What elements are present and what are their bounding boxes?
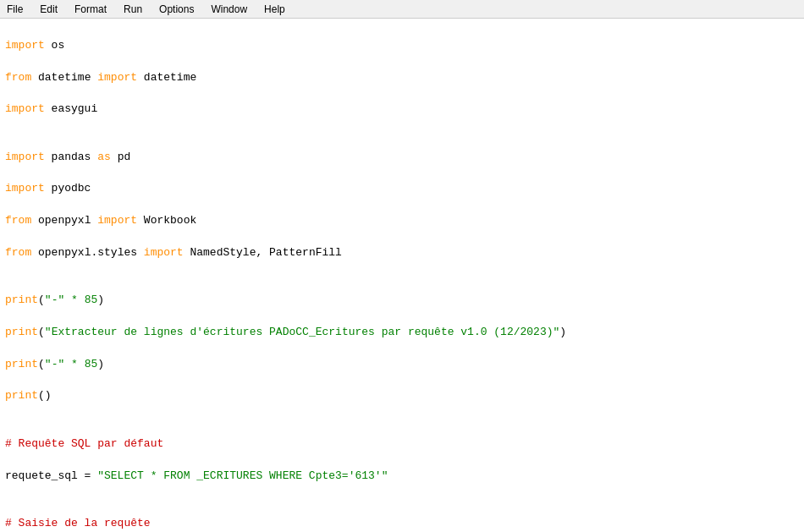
menubar: File Edit Format Run Options Window Help bbox=[0, 0, 804, 19]
code-editor[interactable]: import os from datetime import datetime … bbox=[0, 19, 804, 532]
menu-options[interactable]: Options bbox=[156, 3, 197, 16]
menu-help[interactable]: Help bbox=[261, 3, 289, 16]
menu-format[interactable]: Format bbox=[71, 3, 110, 16]
menu-run[interactable]: Run bbox=[120, 3, 146, 16]
menu-window[interactable]: Window bbox=[207, 3, 251, 16]
menu-edit[interactable]: Edit bbox=[36, 3, 61, 16]
menu-file[interactable]: File bbox=[3, 3, 26, 16]
